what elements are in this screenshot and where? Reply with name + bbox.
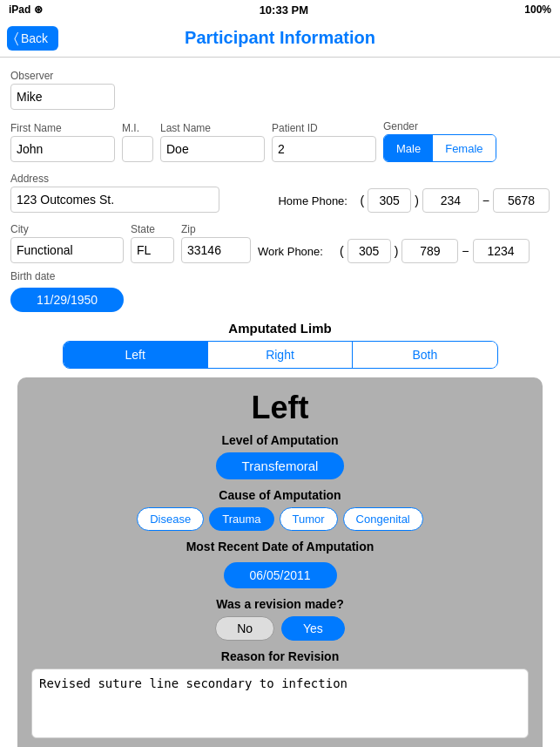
firstname-group: First Name (10, 117, 115, 162)
revision-no[interactable]: No (215, 616, 274, 641)
recent-date-label: Most Recent Date of Amputation (31, 540, 529, 553)
gender-toggle: Male Female (383, 134, 496, 162)
workphone-label: Work Phone: (258, 245, 336, 258)
zip-label: Zip (181, 223, 251, 235)
birthdate-label: Birth date (10, 270, 550, 282)
page-title: Participant Information (185, 28, 375, 48)
state-input[interactable] (131, 237, 174, 263)
zip-group: Zip (181, 218, 251, 263)
lastname-input[interactable] (160, 136, 265, 162)
homephone-area[interactable] (368, 188, 411, 213)
reason-label: Reason for Revision (31, 649, 529, 663)
workphone-part1[interactable] (401, 239, 458, 263)
cause-disease[interactable]: Disease (137, 507, 204, 531)
tab-left[interactable]: Left (64, 342, 208, 368)
level-value-button[interactable]: Transfemoral (216, 452, 345, 479)
back-button[interactable]: 〈 Back (7, 26, 58, 51)
revision-yes[interactable]: Yes (281, 616, 345, 641)
cause-congenital[interactable]: Congenital (343, 507, 423, 531)
city-workphone-row: City State Zip Work Phone: ( ) − (10, 218, 550, 263)
cause-options: Disease Trauma Tumor Congenital (31, 507, 529, 531)
recent-date-button[interactable]: 06/05/2011 (224, 562, 337, 588)
status-bar: iPad ⊛ 10:33 PM 100% (0, 0, 560, 19)
patientid-label: Patient ID (272, 122, 376, 134)
homephone-label: Home Phone: (278, 194, 356, 207)
workphone-area[interactable] (347, 239, 391, 263)
status-time: 10:33 PM (260, 3, 308, 17)
homephone-row: Home Phone: ( ) − (278, 188, 550, 213)
main-content: Observer First Name M.I. Last Name Patie… (0, 58, 560, 747)
status-left: iPad ⊛ (9, 3, 43, 16)
revision-options: No Yes (31, 616, 529, 641)
workphone-group: Work Phone: ( ) − (258, 235, 530, 263)
homephone-group: Home Phone: ( ) − (278, 185, 550, 213)
cause-tumor[interactable]: Tumor (280, 507, 338, 531)
gender-group: Gender Male Female (383, 115, 496, 162)
mi-input[interactable] (122, 136, 153, 162)
battery-icon: 100% (524, 3, 551, 16)
revision-label: Was a revision made? (31, 597, 529, 611)
back-label: Back (21, 31, 48, 45)
state-label: State (131, 223, 174, 235)
observer-field-group: Observer (10, 65, 550, 110)
zip-input[interactable] (181, 237, 251, 263)
lastname-label: Last Name (160, 122, 265, 134)
firstname-input[interactable] (10, 136, 115, 162)
limb-detail-card: Left Level of Amputation Transfemoral Ca… (17, 377, 543, 747)
cause-trauma[interactable]: Trauma (209, 507, 273, 531)
workphone-row: Work Phone: ( ) − (258, 239, 530, 263)
homephone-part1[interactable] (422, 188, 479, 213)
patientid-input[interactable] (272, 136, 376, 162)
address-input[interactable] (10, 187, 219, 213)
status-right: 100% (524, 3, 551, 16)
gender-male-button[interactable]: Male (384, 135, 433, 161)
carrier-text: iPad (9, 3, 30, 16)
cause-label: Cause of Amputation (31, 488, 529, 502)
firstname-label: First Name (10, 122, 115, 134)
back-chevron-icon: 〈 (14, 31, 18, 46)
patientid-group: Patient ID (272, 117, 376, 162)
observer-label: Observer (10, 70, 550, 82)
mi-label: M.I. (122, 122, 153, 134)
tab-both[interactable]: Both (353, 342, 496, 368)
reason-textarea[interactable] (31, 669, 529, 738)
lastname-group: Last Name (160, 117, 265, 162)
city-input[interactable] (10, 237, 124, 263)
gender-label: Gender (383, 120, 496, 132)
address-group: Address (10, 167, 271, 213)
address-label: Address (10, 173, 271, 185)
city-label: City (10, 223, 124, 235)
workphone-part2[interactable] (473, 239, 530, 263)
mi-group: M.I. (122, 117, 153, 162)
tab-right[interactable]: Right (208, 342, 353, 368)
nav-bar: 〈 Back Participant Information (0, 19, 560, 58)
city-group: City (10, 218, 124, 263)
wifi-icon: ⊛ (34, 3, 43, 16)
state-group: State (131, 218, 174, 263)
amputated-limb-title: Amputated Limb (10, 321, 550, 336)
observer-input[interactable] (10, 84, 115, 110)
gender-female-button[interactable]: Female (433, 135, 495, 161)
birthdate-button[interactable]: 11/29/1950 (10, 288, 124, 312)
limb-tab-group: Left Right Both (63, 341, 498, 369)
name-row: First Name M.I. Last Name Patient ID Gen… (10, 115, 550, 162)
homephone-part2[interactable] (493, 188, 550, 213)
birthdate-group: Birth date 11/29/1950 (10, 270, 550, 312)
limb-card-title: Left (31, 390, 529, 426)
address-phone-row: Address Home Phone: ( ) − (10, 167, 550, 213)
level-label: Level of Amputation (31, 433, 529, 447)
